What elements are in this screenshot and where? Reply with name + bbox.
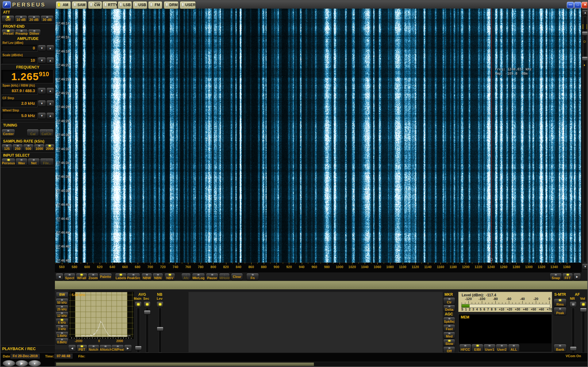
stop-button[interactable]: ■ xyxy=(2,360,15,367)
pbt-button[interactable]: PBT xyxy=(76,345,87,352)
vol-slider-track[interactable] xyxy=(582,308,585,353)
input-perseus-button[interactable]: Perseus xyxy=(2,158,15,166)
span-value[interactable]: 837.9 / 488.3 xyxy=(2,88,37,94)
cal-button[interactable]: Cal xyxy=(27,129,39,136)
bw-50khz-button[interactable]: 50 kHz xyxy=(56,298,68,305)
mode-rtty-button[interactable]: RTTY xyxy=(102,1,117,9)
wfall-button[interactable]: WFall xyxy=(76,273,87,280)
rate-2000-button[interactable]: 2000 xyxy=(45,144,55,151)
labels-button[interactable]: Labels xyxy=(115,273,127,280)
agc-spkrej-button[interactable]: SpkRej xyxy=(443,317,455,324)
span-up-button[interactable]: ▲ xyxy=(46,88,54,94)
nbn-button[interactable]: NBN xyxy=(152,273,163,280)
rate-1000-button[interactable]: 1000 xyxy=(34,144,45,151)
scroll-left-button[interactable]: ◀ xyxy=(56,273,63,280)
scroll-right-button[interactable]: ▶ xyxy=(573,273,581,280)
bw-25khz-button[interactable]: 25 kHz xyxy=(56,305,68,312)
wheel-step-up-button[interactable]: ▲ xyxy=(46,112,54,119)
filter-spectrum-display[interactable] xyxy=(69,292,134,339)
maximize-button[interactable]: □ xyxy=(574,2,581,8)
minimize-button[interactable]: — xyxy=(567,2,574,8)
ref-lev-up-button[interactable]: ▲ xyxy=(46,45,54,51)
presel-button[interactable]: Presel xyxy=(2,29,15,36)
cf-step-up-button[interactable]: ▲ xyxy=(46,100,54,107)
scroll-up-button[interactable]: ▲ xyxy=(582,10,588,16)
nr-led-button[interactable] xyxy=(570,301,577,307)
avg-sec-led-button[interactable] xyxy=(144,301,151,307)
nbv-button[interactable]: NBV xyxy=(164,273,175,280)
mode-usb-button[interactable]: USB xyxy=(133,1,147,9)
play-button[interactable]: ▶ xyxy=(15,360,28,367)
span-down-button[interactable]: ▼ xyxy=(38,88,46,94)
agc-med-button[interactable]: Med xyxy=(443,332,455,339)
avg-sec-slider-handle[interactable] xyxy=(144,310,151,315)
cwpeak-button[interactable]: CWPeak xyxy=(111,345,124,352)
notch-button[interactable]: Notch xyxy=(88,345,99,352)
cf-step-down-button[interactable]: ▼ xyxy=(38,100,46,107)
spect-button[interactable]: Spect xyxy=(64,273,75,280)
ref-lev-value[interactable]: 0 xyxy=(2,45,37,51)
mkr-delta-button[interactable]: Delta xyxy=(443,305,455,312)
scale-value[interactable]: 10 xyxy=(2,57,37,64)
palette-button[interactable]: Palette xyxy=(99,273,112,280)
mkr-clr-button[interactable]: Clr xyxy=(443,297,455,305)
nr-slider-handle[interactable] xyxy=(570,346,577,351)
scale-down-button[interactable]: ▼ xyxy=(38,57,46,64)
bw-1_6khz-button[interactable]: 1.6kHz xyxy=(56,331,68,338)
mem-all-button[interactable]: ALL xyxy=(508,344,520,352)
mode-lsb-button[interactable]: LSB xyxy=(118,1,132,9)
bw-3khz-button[interactable]: 3 kHz xyxy=(56,325,68,331)
mode-drm-button[interactable]: DRM xyxy=(164,1,179,9)
mem-hfcc-button[interactable]: HFCC xyxy=(459,344,471,352)
peaksrc-button[interactable]: PeakSrc xyxy=(127,273,140,280)
pbt-left-button[interactable]: ◀ xyxy=(68,345,76,352)
mode-fm-button[interactable]: FM xyxy=(148,1,162,9)
dither-button[interactable]: Dither xyxy=(28,29,41,36)
mode-cw-button[interactable]: CW xyxy=(88,1,102,9)
fn-button[interactable]: Fn xyxy=(246,273,259,280)
anotch-button[interactable]: ANotch xyxy=(99,345,112,352)
wheel-step-value[interactable]: 5.0 kHz xyxy=(2,112,37,119)
rms-button[interactable]: Rms xyxy=(554,299,567,307)
brightness-slider-track[interactable] xyxy=(583,17,586,262)
waterfall-display[interactable] xyxy=(55,9,581,263)
snap-button[interactable]: Snap xyxy=(550,273,562,280)
rate-250-button[interactable]: 250 xyxy=(12,144,23,151)
vol-led-button[interactable] xyxy=(580,301,587,307)
mhold-button[interactable]: MHold xyxy=(219,273,230,280)
rate-500-button[interactable]: 500 xyxy=(23,144,34,151)
att-off-button[interactable]: Off xyxy=(2,15,14,22)
brightness-slider-handle[interactable] xyxy=(582,31,588,36)
ref-lev-down-button[interactable]: ▼ xyxy=(38,45,46,51)
agc-slow-button[interactable]: Slow xyxy=(443,339,455,346)
nbw-button[interactable]: NBW xyxy=(141,273,152,280)
mem-user2-button[interactable]: User2 xyxy=(496,344,508,352)
mode-user-button[interactable]: USER xyxy=(180,1,196,9)
agc-fast-button[interactable]: Fast xyxy=(443,324,455,331)
afc-button[interactable]: Afc xyxy=(181,273,191,280)
tuning-center-button[interactable]: Center xyxy=(2,129,15,136)
bw-12khz-button[interactable]: 12 kHz xyxy=(56,311,68,318)
att-30db-button[interactable]: 30 dB xyxy=(40,15,54,22)
att-20db-button[interactable]: 20 dB xyxy=(28,15,40,22)
zoom-button[interactable]: Zoom xyxy=(88,273,98,280)
mem-user1-button[interactable]: User1 xyxy=(483,344,496,352)
bw-0_8khz-button[interactable]: 0.8kHz xyxy=(56,338,68,345)
input-file-button[interactable]: File.. xyxy=(40,158,54,166)
record-button[interactable]: ● xyxy=(28,360,41,367)
clear-button[interactable]: Clear xyxy=(231,273,243,280)
fft-button[interactable]: FFT xyxy=(562,273,573,280)
pbt-right-button[interactable]: ▶ xyxy=(124,345,132,352)
horizontal-scrollbar[interactable] xyxy=(55,362,588,367)
input-net-button[interactable]: Net xyxy=(28,158,40,166)
nb-lev-led-button[interactable] xyxy=(156,301,163,307)
att-10db-button[interactable]: 10 dB xyxy=(15,15,27,22)
preamp-button[interactable]: Preamp xyxy=(15,29,28,36)
mem-eibi-button[interactable]: EIBI xyxy=(471,344,483,352)
nb-lev-slider-handle[interactable] xyxy=(157,327,163,331)
cf-step-value[interactable]: 2.0 kHz xyxy=(2,100,37,107)
scrollbar-thumb[interactable] xyxy=(56,362,314,366)
calclr-button[interactable]: CalClr xyxy=(39,129,54,136)
pause-button[interactable]: Pause xyxy=(206,273,218,280)
contrast-slider-handle[interactable] xyxy=(582,57,588,61)
